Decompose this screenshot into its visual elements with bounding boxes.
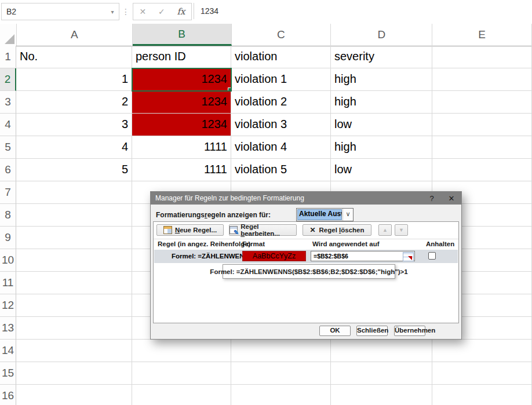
cell-e15[interactable] [432, 362, 532, 385]
column-header-e[interactable]: E [432, 24, 532, 46]
cell-b4[interactable]: 1234 [132, 114, 231, 136]
name-box-dropdown-icon[interactable]: ▾ [106, 9, 119, 15]
cell-c1[interactable]: violation [231, 46, 331, 68]
cell-a14[interactable] [16, 340, 132, 362]
scope-dropdown[interactable]: Aktuelle Auswahl ∨ [296, 208, 354, 221]
cell-d2[interactable]: high [331, 68, 432, 91]
row-header-3[interactable]: 3 [0, 91, 16, 114]
cell-a16[interactable] [16, 385, 132, 405]
cell-a10[interactable] [16, 249, 132, 272]
help-button[interactable]: ? [422, 192, 442, 205]
cell-a9[interactable] [16, 227, 132, 249]
rule-row-selected[interactable]: Formel: =ZÄHLENWENN... AaBbCcYyZz =$B$2:… [154, 250, 458, 263]
column-header-c[interactable]: C [232, 24, 331, 46]
insert-function-icon[interactable]: fx [177, 6, 185, 17]
row-header-13[interactable]: 13 [0, 317, 16, 340]
column-header-a[interactable]: A [17, 24, 133, 46]
formula-input[interactable]: 1234 [194, 3, 532, 19]
close-button[interactable]: ✕ [442, 192, 461, 205]
move-rule-down-button[interactable]: ▼ [395, 224, 408, 236]
cell-c14[interactable] [231, 340, 331, 362]
cell-e2[interactable] [432, 68, 532, 91]
cell-d4[interactable]: low [331, 114, 432, 136]
row-header-12[interactable]: 12 [0, 294, 16, 317]
cell-d5[interactable]: high [331, 136, 432, 159]
cell-e1[interactable] [432, 46, 532, 68]
row-header-7[interactable]: 7 [0, 181, 16, 204]
cell-a13[interactable] [16, 317, 132, 340]
cell-b16[interactable] [132, 385, 231, 405]
cell-a5[interactable]: 4 [16, 136, 132, 159]
cell-a12[interactable] [16, 294, 132, 317]
enter-icon[interactable]: ✓ [158, 7, 165, 16]
cell-b1[interactable]: person ID [132, 46, 231, 68]
select-all-button[interactable] [0, 24, 17, 46]
cell-d14[interactable] [331, 340, 432, 362]
delete-rule-button[interactable]: ✕ Regel löschen [303, 224, 371, 236]
range-picker-icon[interactable] [403, 252, 414, 261]
row-header-9[interactable]: 9 [0, 227, 16, 249]
row-header-11[interactable]: 11 [0, 272, 16, 294]
cell-b2-selected[interactable]: 1234 [132, 68, 231, 91]
row-header-4[interactable]: 4 [0, 114, 16, 136]
ok-button[interactable]: OK [319, 326, 351, 336]
column-header-d[interactable]: D [331, 24, 432, 46]
cell-c6[interactable]: violation 5 [231, 159, 331, 181]
cell-a6[interactable]: 5 [16, 159, 132, 181]
column-header-b[interactable]: B [133, 24, 232, 46]
row-header-5[interactable]: 5 [0, 136, 16, 159]
uebernehmen-button[interactable]: Übernehmen [394, 326, 425, 336]
table-row: 16 [0, 385, 532, 405]
cell-a4[interactable]: 3 [16, 114, 132, 136]
schliessen-button[interactable]: Schließen [356, 326, 388, 336]
cancel-icon[interactable]: ✕ [139, 7, 146, 16]
cell-c3[interactable]: violation 2 [231, 91, 331, 114]
header-applies-to: Wird angewendet auf [312, 240, 380, 247]
cell-a8[interactable] [16, 204, 132, 227]
cell-b6[interactable]: 1111 [132, 159, 231, 181]
cell-b14[interactable] [132, 340, 231, 362]
cell-e4[interactable] [432, 114, 532, 136]
cell-e3[interactable] [432, 91, 532, 114]
row-header-14[interactable]: 14 [0, 340, 16, 362]
cell-a15[interactable] [16, 362, 132, 385]
row-header-1[interactable]: 1 [0, 46, 16, 68]
cell-b3[interactable]: 1234 [132, 91, 231, 114]
row-header-16[interactable]: 16 [0, 385, 16, 405]
cell-d6[interactable]: low [331, 159, 432, 181]
row-header-2[interactable]: 2 [0, 68, 16, 91]
cell-a11[interactable] [16, 272, 132, 294]
cell-d3[interactable]: high [331, 91, 432, 114]
row-header-6[interactable]: 6 [0, 159, 16, 181]
cell-b5[interactable]: 1111 [132, 136, 231, 159]
cell-a1[interactable]: No. [16, 46, 132, 68]
row-header-10[interactable]: 10 [0, 249, 16, 272]
cell-e14[interactable] [432, 340, 532, 362]
cell-a3[interactable]: 2 [16, 91, 132, 114]
edit-rule-button[interactable]: ✎ Regel bearbeiten... [229, 224, 297, 236]
cell-c5[interactable]: violation 4 [231, 136, 331, 159]
cell-d16[interactable] [331, 385, 432, 405]
cell-a7[interactable] [16, 181, 132, 204]
move-rule-up-button[interactable]: ▲ [378, 224, 392, 236]
cell-c15[interactable] [231, 362, 331, 385]
new-rule-button[interactable]: Neue Regel... [156, 224, 224, 236]
cell-e6[interactable] [432, 159, 532, 181]
cell-e5[interactable] [432, 136, 532, 159]
cell-d15[interactable] [331, 362, 432, 385]
row-header-8[interactable]: 8 [0, 204, 16, 227]
dialog-titlebar[interactable]: Manager für Regeln zur bedingten Formati… [151, 192, 461, 205]
cell-c4[interactable]: violation 3 [231, 114, 331, 136]
cell-c2[interactable]: violation 1 [231, 68, 331, 91]
stop-if-true-checkbox[interactable] [428, 252, 436, 260]
cell-a2[interactable]: 1 [16, 68, 132, 91]
cell-b15[interactable] [132, 362, 231, 385]
name-box[interactable]: B2 ▾ [1, 3, 119, 20]
cell-d1[interactable]: severity [331, 46, 432, 68]
fill-handle[interactable] [228, 87, 231, 91]
chevron-down-icon[interactable]: ∨ [342, 209, 353, 221]
cell-e16[interactable] [432, 385, 532, 405]
applies-to-input[interactable]: =$B$2:$B$6 [311, 251, 415, 261]
row-header-15[interactable]: 15 [0, 362, 16, 385]
cell-c16[interactable] [231, 385, 331, 405]
